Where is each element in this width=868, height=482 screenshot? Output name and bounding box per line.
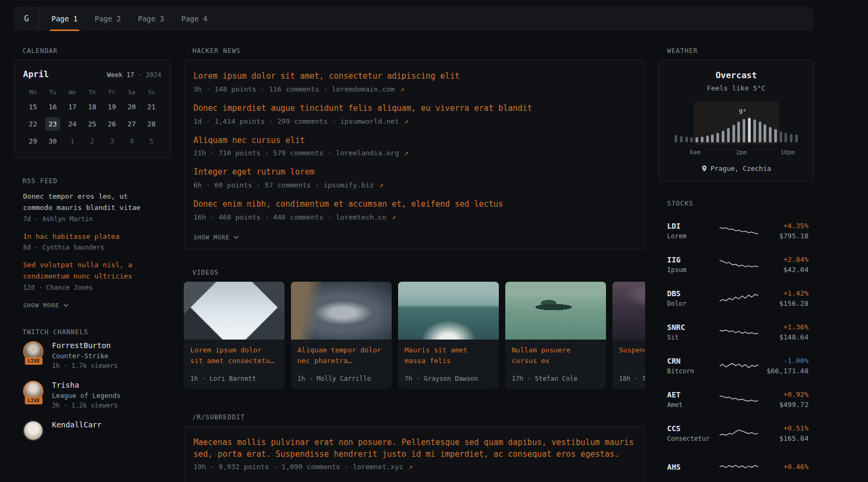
videos-widget: VIDEOS Lorem ipsum dolor sit amet consec…	[184, 269, 645, 389]
live-badge: LIVE	[25, 397, 42, 404]
video-thumbnail[interactable]	[184, 282, 285, 340]
stock-symbol: IIG	[667, 255, 720, 264]
twitch-channel[interactable]: KendallCarr	[23, 420, 170, 441]
tab-page-2[interactable]: Page 2	[95, 6, 121, 31]
post-title[interactable]: Donec imperdiet augue tincidunt felis al…	[193, 103, 635, 115]
weather-location: Prague, Czechia	[710, 164, 771, 172]
rss-item: In hac habitasse platea8d · Cynthia Saun…	[23, 231, 158, 252]
stock-row[interactable]: AETAmet+0.92%$499.72	[667, 382, 806, 416]
external-link-icon[interactable]: ↗	[404, 149, 408, 157]
stocks-widget: STOCKS LDILorem+4.35%$795.18IIGIpsum+2.8…	[659, 200, 814, 482]
video-title[interactable]: Aliquam tempor dolor nec pharetra…	[297, 345, 385, 366]
video-card[interactable]: Lorem ipsum dolor sit amet consectetu…1h…	[184, 282, 285, 389]
weather-bar	[753, 119, 756, 142]
video-card-body: Lorem ipsum dolor sit amet consectetu…1h…	[184, 340, 285, 389]
calendar-day: 29	[23, 134, 43, 148]
stock-info: CRNBitcorn	[667, 357, 720, 375]
right-column: WEATHER Overcast Feels like 5°C 9° 6am2p…	[659, 47, 814, 482]
external-link-icon[interactable]: ↗	[392, 213, 396, 221]
video-card[interactable]: Nullam posuere cursus ex17h · Stefan Col…	[505, 282, 606, 389]
stock-name: Sit	[667, 334, 720, 341]
external-link-icon[interactable]: ↗	[408, 463, 413, 471]
video-title[interactable]: Mauris sit amet massa felis	[405, 345, 492, 366]
stock-sparkline	[720, 257, 758, 273]
hackernews-show-more-button[interactable]: SHOW MORE	[193, 234, 239, 241]
rss-item-title[interactable]: Donec tempor eros leo, ut commodo mauris…	[23, 191, 158, 214]
video-thumbnail[interactable]	[291, 282, 392, 340]
rss-footer: SHOW MORE	[14, 300, 170, 309]
post-title[interactable]: Donec enim nibh, condimentum et accumsan…	[193, 199, 635, 210]
stock-price: $66,171.48	[758, 367, 809, 375]
twitch-avatar	[23, 420, 43, 441]
rss-item-title[interactable]: In hac habitasse platea	[23, 231, 158, 243]
stock-row[interactable]: CRNBitcorn-1.00%$66,171.48	[667, 349, 806, 382]
rss-item-title[interactable]: Sed volutpat nulla nisl, a condimentum n…	[23, 260, 158, 282]
tab-page-4[interactable]: Page 4	[181, 6, 207, 31]
calendar-day: 18	[83, 100, 102, 114]
twitch-channel-name[interactable]: ForrestBurton	[52, 341, 118, 350]
twitch-channel-list: LIVEForrestBurtonCounter-Strike1h · 1.7k…	[14, 341, 170, 441]
stock-row[interactable]: DBSDolor+1.42%$156.28	[667, 281, 806, 315]
twitch-section-title: TWITCH CHANNELS	[23, 328, 170, 336]
twitch-channel-category: League of Legends	[52, 391, 121, 400]
subreddit-list: Maecenas mollis pulvinar erat non posuer…	[193, 437, 635, 471]
external-link-icon[interactable]: ↗	[379, 181, 383, 189]
video-meta: 1h · Lori Barnett	[190, 375, 278, 382]
post-title[interactable]: Lorem ipsum dolor sit amet, consectetur …	[193, 71, 635, 82]
twitch-channel-info: TrishaLeague of Legends3h · 1.2k viewers	[52, 381, 121, 409]
app-logo[interactable]: G	[14, 6, 40, 31]
weather-bar	[716, 133, 719, 142]
twitch-channel[interactable]: LIVEForrestBurtonCounter-Strike1h · 1.7k…	[23, 341, 170, 370]
stock-sparkline	[720, 358, 758, 374]
video-card[interactable]: Suspendisse diam18h · Tara	[612, 282, 645, 389]
external-link-icon[interactable]: ↗	[400, 85, 405, 93]
stock-values: -1.00%$66,171.48	[758, 357, 809, 375]
stock-row[interactable]: CCSConsectetur+0.51%$165.84	[667, 416, 806, 450]
stock-price: $148.64	[758, 333, 809, 341]
calendar-day: 15	[23, 100, 43, 114]
weather-card: Overcast Feels like 5°C 9° 6am2pm10pm Pr…	[659, 60, 814, 182]
subreddit-section-title: /R/SUBREDDIT	[192, 413, 645, 421]
calendar-day: 23	[45, 117, 60, 131]
weather-section-title: WEATHER	[667, 47, 814, 55]
post-title[interactable]: Integer eget rutrum lorem	[193, 167, 635, 178]
weather-location-row: Prague, Czechia	[668, 164, 805, 172]
stock-row[interactable]: IIGIpsum+2.84%$42.04	[667, 247, 806, 281]
post-meta: 21h · 710 points · 579 comments · loreml…	[193, 149, 635, 157]
video-thumbnail[interactable]	[612, 282, 645, 340]
chevron-down-icon	[63, 304, 69, 307]
post-title[interactable]: Maecenas mollis pulvinar erat non posuer…	[193, 437, 635, 461]
hackernews-card: Lorem ipsum dolor sit amet, consectetur …	[184, 60, 645, 250]
video-thumbnail[interactable]	[505, 282, 606, 340]
weather-time-label: 2pm	[736, 149, 747, 156]
post-item: Maecenas mollis pulvinar erat non posuer…	[193, 437, 635, 471]
external-link-icon[interactable]: ↗	[404, 117, 408, 125]
twitch-channel[interactable]: LIVETrishaLeague of Legends3h · 1.2k vie…	[23, 381, 170, 409]
post-item: Donec enim nibh, condimentum et accumsan…	[193, 199, 635, 221]
stock-name: Consectetur	[667, 435, 720, 442]
stock-sparkline-wrap	[720, 324, 758, 340]
stock-symbol: CRN	[667, 357, 720, 365]
video-card[interactable]: Aliquam tempor dolor nec pharetra…1h · M…	[291, 282, 392, 389]
stock-row[interactable]: LDILorem+4.35%$795.18	[667, 214, 806, 247]
video-title[interactable]: Suspendisse diam	[619, 345, 645, 356]
tab-page-3[interactable]: Page 3	[138, 6, 164, 31]
video-card-body: Mauris sit amet massa felis7h · Grayson …	[398, 340, 499, 389]
twitch-channel-name[interactable]: Trisha	[52, 381, 121, 389]
weather-bar	[737, 122, 740, 142]
post-title[interactable]: Aliquam nec cursus elit	[193, 135, 635, 147]
twitch-channel-name[interactable]: KendallCarr	[52, 420, 102, 429]
video-thumbnail[interactable]	[398, 282, 499, 340]
twitch-channel-meta: 3h · 1.2k viewers	[52, 402, 121, 409]
post-item: Donec imperdiet augue tincidunt felis al…	[193, 103, 635, 125]
tab-page-1[interactable]: Page 1	[51, 6, 78, 31]
stock-row[interactable]: SNRCSit+1.36%$148.64	[667, 315, 806, 349]
video-title[interactable]: Lorem ipsum dolor sit amet consectetu…	[190, 345, 278, 366]
stock-price: $165.84	[758, 434, 809, 442]
video-title[interactable]: Nullam posuere cursus ex	[512, 345, 600, 366]
rss-show-more-button[interactable]: SHOW MORE	[23, 302, 69, 309]
rss-widget: RSS FEED Donec tempor eros leo, ut commo…	[14, 177, 170, 309]
stock-row[interactable]: AHS+0.46%	[667, 450, 806, 482]
videos-section-title: VIDEOS	[192, 269, 645, 276]
video-card[interactable]: Mauris sit amet massa felis7h · Grayson …	[398, 282, 499, 389]
